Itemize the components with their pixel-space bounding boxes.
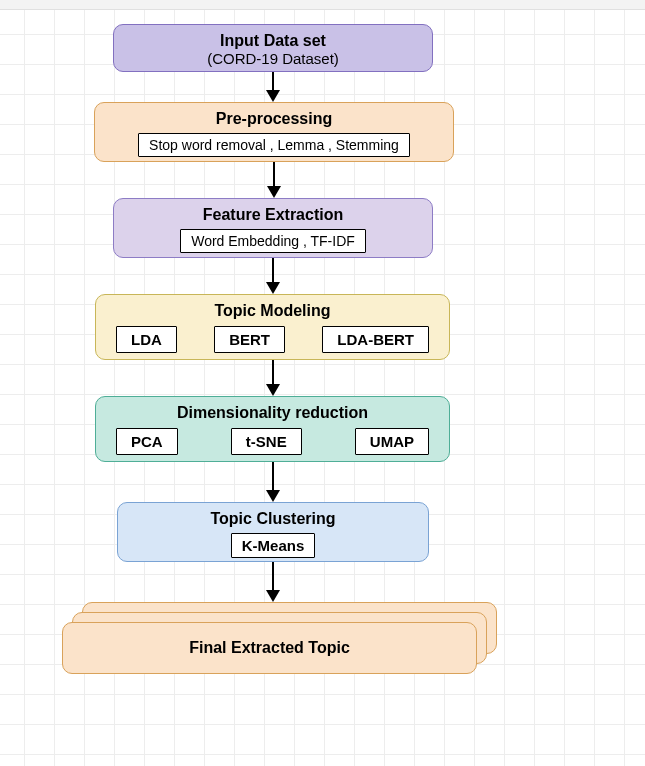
node-feature-extraction: Feature Extraction Word Embedding , TF-I… (113, 198, 433, 258)
subbox-lda: LDA (116, 326, 177, 353)
node-dim-reduction: Dimensionality reduction PCA t-SNE UMAP (95, 396, 450, 462)
node-title: Topic Clustering (126, 509, 420, 528)
arrow-feature-to-topic (113, 258, 433, 294)
node-title: Topic Modeling (104, 301, 441, 320)
dimred-items-row: PCA t-SNE UMAP (104, 428, 441, 455)
node-title: Final Extracted Topic (189, 639, 350, 657)
diagram-canvas: Input Data set (CORD-19 Dataset) Pre-pro… (0, 10, 645, 766)
arrow-topic-to-dimred (95, 360, 450, 396)
stack-card-front: Final Extracted Topic (62, 622, 477, 674)
node-final-extracted-topic-stack: Final Extracted Topic (62, 602, 502, 674)
arrow-input-to-preprocess (113, 72, 433, 102)
subbox-preprocess-methods: Stop word removal , Lemma , Stemming (138, 133, 410, 157)
arrow-preprocess-to-feature (94, 162, 454, 198)
subbox-bert: BERT (214, 326, 285, 353)
topic-items-row: LDA BERT LDA-BERT (104, 326, 441, 353)
arrow-dimred-to-cluster (95, 462, 450, 502)
node-topic-clustering: Topic Clustering K-Means (117, 502, 429, 562)
node-topic-modeling: Topic Modeling LDA BERT LDA-BERT (95, 294, 450, 360)
node-title: Dimensionality reduction (104, 403, 441, 422)
node-title: Pre-processing (103, 109, 445, 128)
node-preprocessing: Pre-processing Stop word removal , Lemma… (94, 102, 454, 162)
subbox-umap: UMAP (355, 428, 429, 455)
subbox-feature-methods: Word Embedding , TF-IDF (180, 229, 366, 253)
node-title: Input Data set (122, 31, 424, 50)
node-subtitle: (CORD-19 Dataset) (122, 50, 424, 68)
subbox-lda-bert: LDA-BERT (322, 326, 429, 353)
window-top-strip (0, 0, 645, 10)
subbox-tsne: t-SNE (231, 428, 302, 455)
subbox-kmeans: K-Means (231, 533, 316, 558)
node-input-dataset: Input Data set (CORD-19 Dataset) (113, 24, 433, 72)
node-title: Feature Extraction (122, 205, 424, 224)
subbox-pca: PCA (116, 428, 178, 455)
arrow-cluster-to-final (117, 562, 429, 602)
